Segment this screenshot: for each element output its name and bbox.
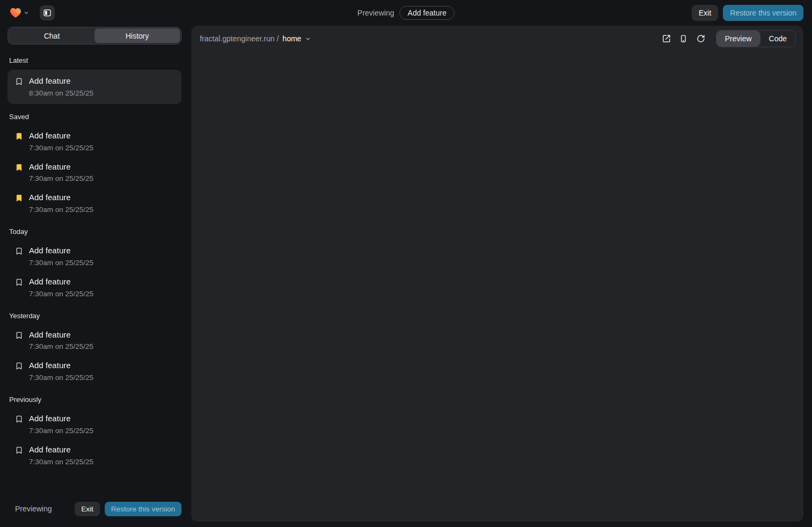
history-item-title: Add feature: [29, 445, 93, 455]
bookmark-outline-icon: [15, 446, 23, 455]
bookmark-filled-icon: [15, 163, 23, 172]
mobile-icon: [679, 34, 687, 43]
history-item[interactable]: Add feature8:30am on 25/25/25: [8, 70, 182, 104]
section-title: Saved: [8, 104, 182, 126]
previewing-status-label: Previewing: [358, 9, 394, 17]
view-toggle: Preview Code: [716, 30, 796, 47]
topbar-left: [9, 5, 55, 20]
history-item[interactable]: Add feature7:30am on 25/25/25: [8, 440, 182, 471]
history-item-text: Add feature7:30am on 25/25/25: [29, 445, 93, 466]
mobile-view-button[interactable]: [676, 31, 691, 46]
preview-url-breadcrumb[interactable]: fractal.gptengineer.run / home: [200, 34, 311, 43]
history-section: YesterdayAdd feature7:30am on 25/25/25Ad…: [8, 303, 182, 387]
history-item-title: Add feature: [29, 162, 93, 172]
refresh-button[interactable]: [693, 31, 708, 46]
topbar: Previewing Add feature Exit Restore this…: [0, 0, 812, 26]
preview-toolbar: fractal.gptengineer.run / home: [191, 26, 803, 52]
url-domain: fractal.gptengineer.run /: [200, 34, 279, 43]
bookmark-outline-icon: [15, 415, 23, 423]
open-external-button[interactable]: [659, 31, 674, 46]
history-item-title: Add feature: [29, 277, 93, 287]
sidebar-tabs: Chat History: [8, 27, 182, 45]
history-item-text: Add feature7:30am on 25/25/25: [29, 162, 93, 183]
history-item-time: 7:30am on 25/25/25: [29, 458, 93, 466]
history-item-title: Add feature: [29, 361, 93, 371]
history-item-time: 7:30am on 25/25/25: [29, 206, 93, 214]
bookmark-filled-icon: [15, 194, 23, 202]
history-item-title: Add feature: [29, 193, 93, 203]
bookmark-outline-icon: [15, 362, 23, 370]
history-item-text: Add feature7:30am on 25/25/25: [29, 361, 93, 382]
history-section: SavedAdd feature7:30am on 25/25/25Add fe…: [8, 104, 182, 219]
lovable-heart-logo-icon: [10, 8, 21, 18]
history-item[interactable]: Add feature7:30am on 25/25/25: [8, 157, 182, 188]
restore-version-button[interactable]: Restore this version: [723, 5, 803, 21]
history-item[interactable]: Add feature7:30am on 25/25/25: [8, 241, 182, 272]
history-item-text: Add feature7:30am on 25/25/25: [29, 246, 93, 267]
exit-button[interactable]: Exit: [692, 5, 718, 21]
footer-buttons: Exit Restore this version: [75, 502, 182, 516]
bookmark-outline-icon: [15, 278, 23, 287]
history-item-title: Add feature: [29, 131, 93, 141]
chevron-down-icon: [305, 36, 311, 42]
refresh-icon: [697, 34, 705, 43]
topbar-center: Previewing Add feature: [358, 0, 455, 26]
restore-version-button[interactable]: Restore this version: [105, 502, 182, 516]
preview-viewport[interactable]: [191, 52, 803, 522]
version-badge[interactable]: Add feature: [400, 6, 454, 20]
history-item[interactable]: Add feature7:30am on 25/25/25: [8, 272, 182, 303]
tab-chat[interactable]: Chat: [9, 28, 95, 43]
history-item-time: 7:30am on 25/25/25: [29, 144, 93, 152]
panel-left-icon: [43, 9, 52, 17]
external-link-icon: [662, 34, 671, 43]
history-item-text: Add feature7:30am on 25/25/25: [29, 131, 93, 152]
history-item-title: Add feature: [29, 414, 93, 424]
history-item-time: 7:30am on 25/25/25: [29, 374, 93, 382]
chevron-down-icon: [24, 10, 29, 16]
section-title: Today: [8, 219, 182, 241]
history-item-text: Add feature7:30am on 25/25/25: [29, 193, 93, 214]
history-list: LatestAdd feature8:30am on 25/25/25Saved…: [8, 48, 182, 496]
sidebar-footer: Previewing Exit Restore this version: [8, 496, 182, 522]
previewing-status-label: Previewing: [15, 504, 52, 513]
history-item[interactable]: Add feature7:30am on 25/25/25: [8, 126, 182, 157]
section-title: Latest: [8, 48, 182, 70]
sidebar-toggle-button[interactable]: [40, 5, 55, 20]
history-item-title: Add feature: [29, 246, 93, 256]
history-item-text: Add feature7:30am on 25/25/25: [29, 277, 93, 298]
section-title: Yesterday: [8, 303, 182, 325]
history-item-time: 7:30am on 25/25/25: [29, 174, 93, 182]
preview-panel: fractal.gptengineer.run / home: [191, 26, 803, 522]
exit-button[interactable]: Exit: [75, 502, 100, 516]
history-item-time: 8:30am on 25/25/25: [29, 89, 93, 97]
section-title: Previously: [8, 387, 182, 409]
history-item-text: Add feature7:30am on 25/25/25: [29, 330, 93, 351]
history-item[interactable]: Add feature7:30am on 25/25/25: [8, 356, 182, 387]
history-item[interactable]: Add feature7:30am on 25/25/25: [8, 188, 182, 219]
preview-toolbar-right: Preview Code: [659, 30, 796, 47]
history-item-text: Add feature7:30am on 25/25/25: [29, 414, 93, 435]
bookmark-outline-icon: [15, 247, 23, 255]
history-item-text: Add feature8:30am on 25/25/25: [29, 76, 93, 97]
history-item-time: 7:30am on 25/25/25: [29, 427, 93, 435]
history-item-title: Add feature: [29, 330, 93, 340]
history-section: PreviouslyAdd feature7:30am on 25/25/25A…: [8, 387, 182, 471]
history-item-time: 7:30am on 25/25/25: [29, 342, 93, 350]
history-section: LatestAdd feature8:30am on 25/25/25: [8, 48, 182, 104]
bookmark-filled-icon: [15, 132, 23, 141]
toggle-code[interactable]: Code: [760, 31, 795, 47]
tab-history[interactable]: History: [95, 28, 180, 43]
app-logo-menu[interactable]: [9, 5, 30, 20]
sidebar: Chat History LatestAdd feature8:30am on …: [8, 27, 182, 522]
bookmark-outline-icon: [15, 331, 23, 340]
topbar-right: Exit Restore this version: [692, 5, 803, 21]
history-section: TodayAdd feature7:30am on 25/25/25Add fe…: [8, 219, 182, 303]
bookmark-outline-icon: [15, 77, 23, 86]
history-item-time: 7:30am on 25/25/25: [29, 259, 93, 267]
history-item-title: Add feature: [29, 76, 93, 86]
history-item[interactable]: Add feature7:30am on 25/25/25: [8, 409, 182, 440]
history-item[interactable]: Add feature7:30am on 25/25/25: [8, 325, 182, 356]
history-item-time: 7:30am on 25/25/25: [29, 290, 93, 298]
url-page: home: [282, 34, 301, 43]
toggle-preview[interactable]: Preview: [716, 31, 760, 47]
